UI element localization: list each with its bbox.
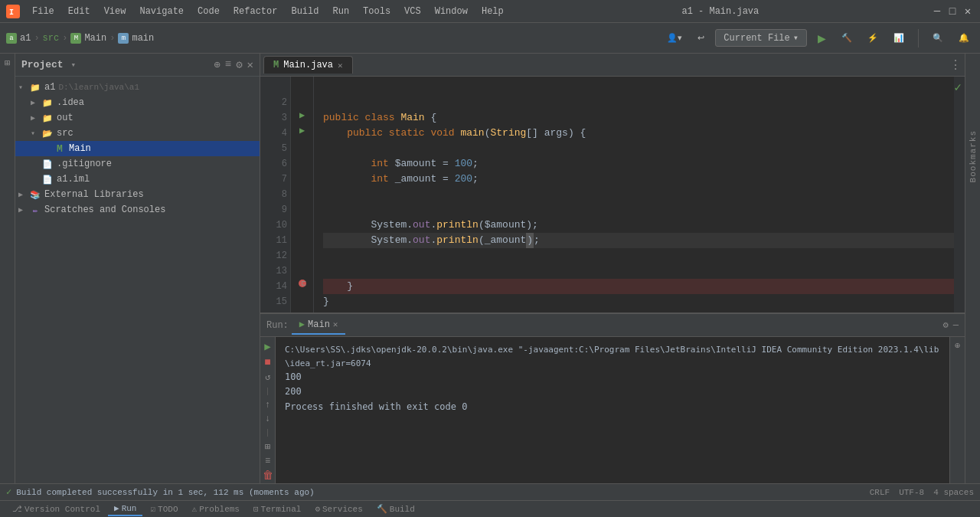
code-line-4: public static void main(String[] args) { [323, 126, 954, 141]
bottom-tab-close[interactable]: ✕ [333, 319, 338, 329]
project-close-icon[interactable]: ✕ [247, 58, 253, 71]
breadcrumb-project[interactable]: a1 [20, 33, 31, 44]
clear-icon[interactable]: 🗑 [263, 470, 273, 482]
encoding[interactable]: UTF-8 [899, 488, 924, 497]
gutter-8 [291, 184, 313, 199]
line-ending[interactable]: CRLF [870, 488, 890, 497]
search-button[interactable]: 🔍 [928, 30, 948, 46]
arg-underscore-11: _amount [485, 233, 527, 248]
indent[interactable]: 4 spaces [933, 488, 974, 497]
breadcrumb-method[interactable]: main [132, 33, 154, 44]
project-collapse-icon[interactable]: ≡ [225, 58, 231, 71]
project-locate-icon[interactable]: ⊕ [214, 58, 220, 71]
tab-main-java[interactable]: M Main.java ✕ [263, 56, 353, 74]
gutter-4-run[interactable]: ▶ [291, 123, 313, 138]
brackets: [] [526, 126, 544, 141]
menu-navigate[interactable]: Navigate [133, 5, 190, 18]
kw-class: class [365, 110, 401, 126]
back-button[interactable]: ↩ [693, 30, 709, 46]
vcs-tab[interactable]: ⎇ Version Control [6, 502, 106, 515]
build-tab[interactable]: 🔨 Build [371, 502, 421, 515]
notifications-button[interactable]: 🔔 [954, 30, 974, 46]
menu-window[interactable]: Window [429, 5, 474, 18]
tree-item-ext-libs[interactable]: ▶ 📚 External Libraries [15, 187, 260, 202]
scroll-down-icon[interactable]: ↓ [265, 414, 270, 424]
coverage-button[interactable]: ⚡ [863, 30, 883, 46]
num-100: 100 [455, 156, 472, 172]
current-file-button[interactable]: Current File ▾ [715, 29, 807, 47]
profile-button[interactable]: 👤▾ [662, 30, 687, 46]
ln-9: 9 [260, 202, 287, 218]
menu-edit[interactable]: Edit [62, 5, 96, 18]
maximize-button[interactable]: □ [946, 5, 959, 18]
line-numbers: 2 3 4 5 6 7 8 9 10 11 12 13 14 15 [260, 77, 291, 312]
menu-view[interactable]: View [98, 5, 132, 18]
menu-vcs[interactable]: VCS [398, 5, 427, 18]
left-icon-top[interactable]: ⊞ [2, 57, 14, 69]
menu-refactor[interactable]: Refactor [227, 5, 284, 18]
vcs-label: Version Control [24, 505, 100, 514]
bottom-right-icon1[interactable]: ⊕ [955, 340, 960, 352]
code-line-3: public class Main { [323, 110, 954, 126]
title-bar: I File Edit View Navigate Code Refactor … [0, 0, 980, 23]
terminal-tab[interactable]: ⊡ Terminal [247, 502, 307, 515]
breadcrumb-main[interactable]: Main [84, 33, 106, 44]
scroll-up-icon[interactable]: ↑ [265, 400, 270, 411]
minimize-button[interactable]: ─ [931, 5, 943, 18]
gutter-11 [291, 230, 313, 245]
bottom-settings-icon[interactable]: ⚙ [943, 319, 949, 331]
run-button[interactable]: ▶ [813, 29, 831, 47]
paren-11b: ) [526, 233, 534, 248]
code-editor[interactable]: 2 3 4 5 6 7 8 9 10 11 12 13 14 15 [260, 77, 965, 312]
menu-build[interactable]: Build [285, 5, 325, 18]
semi-11: ; [534, 233, 540, 248]
tab-more-button[interactable]: ⋮ [949, 57, 962, 73]
sys-10: System [371, 218, 407, 233]
code-line-14: } [323, 279, 954, 294]
profiler-button[interactable]: 📊 [889, 30, 909, 46]
bottom-stop-icon[interactable]: ■ [264, 356, 270, 368]
project-dropdown-icon[interactable]: ▾ [71, 60, 77, 70]
gutter-14-breakpoint[interactable]: ⊏ [291, 276, 313, 291]
menu-tools[interactable]: Tools [357, 5, 397, 18]
breadcrumb-src[interactable]: src [43, 33, 60, 44]
gutter-icons: ▶ ▶ ⊏ [291, 77, 314, 312]
tree-item-src[interactable]: ▾ 📂 src [15, 126, 260, 141]
tree-item-scratches[interactable]: ▶ ✏ Scratches and Consoles [15, 202, 260, 218]
problems-tab[interactable]: ⚠ Problems [186, 502, 246, 515]
menu-help[interactable]: Help [475, 5, 510, 18]
bottom-minimize-icon[interactable]: ─ [953, 320, 959, 331]
run-tab[interactable]: ▶ Run [108, 502, 142, 516]
root-arrow: ▾ [18, 83, 29, 92]
bottom-tab-icon: ▶ [299, 319, 305, 330]
tree-item-main[interactable]: ▶ M Main [15, 141, 260, 156]
param-args: args [544, 126, 568, 141]
tree-item-gitignore[interactable]: ▶ 📄 .gitignore [15, 156, 260, 172]
services-tab[interactable]: ⚙ Services [309, 502, 368, 515]
tree-item-idea[interactable]: ▶ 📁 .idea [15, 95, 260, 110]
bottom-tab-main[interactable]: ▶ Main ✕ [292, 316, 346, 335]
filter-icon[interactable]: ≡ [265, 456, 270, 466]
menu-file[interactable]: File [26, 5, 60, 18]
menu-run[interactable]: Run [326, 5, 355, 18]
bookmarks-label[interactable]: Bookmarks [969, 130, 978, 182]
window-controls: ─ □ ✕ [931, 5, 974, 18]
tree-item-iml[interactable]: ▶ 📄 a1.iml [15, 172, 260, 187]
todo-label: TODO [158, 505, 178, 514]
build-button[interactable]: 🔨 [837, 30, 857, 46]
tree-item-out[interactable]: ▶ 📁 out [15, 110, 260, 126]
wrap-icon[interactable]: ⊞ [265, 441, 270, 453]
tab-close-button[interactable]: ✕ [338, 61, 343, 70]
bottom-run-icon[interactable]: ▶ [264, 340, 270, 353]
project-settings-icon[interactable]: ⚙ [236, 58, 242, 71]
tree-item-root[interactable]: ▾ 📁 a1 D:\learn\java\a1 [15, 80, 260, 95]
bottom-tab-label: Main [308, 319, 330, 330]
close-button[interactable]: ✕ [962, 5, 974, 18]
gutter-3-run[interactable]: ▶ [291, 107, 313, 123]
bottom-rerun-icon[interactable]: ↺ [265, 371, 270, 383]
code-line-2 [323, 95, 954, 110]
todo-tab[interactable]: ☑ TODO [144, 502, 184, 515]
run-label: Run: [266, 320, 289, 331]
code-content[interactable]: public class Main { public static void m… [314, 77, 954, 312]
menu-code[interactable]: Code [191, 5, 226, 18]
